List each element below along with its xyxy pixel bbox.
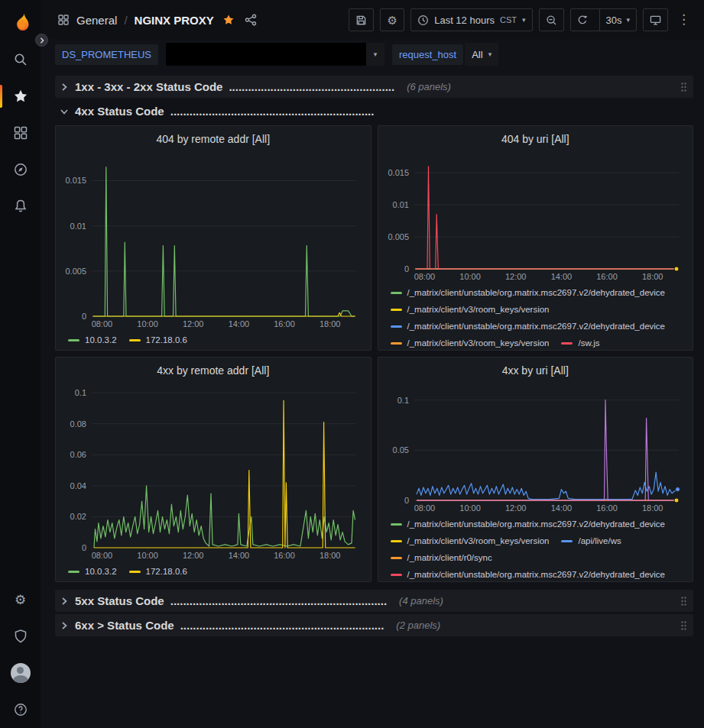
grafana-logo-icon[interactable] xyxy=(8,9,33,34)
legend-series-label: /api/live/ws xyxy=(578,532,621,549)
row-drag-handle-icon[interactable] xyxy=(680,596,687,607)
timeseries-chart[interactable]: 00.020.040.060.080.108:0010:0012:0014:00… xyxy=(63,379,364,561)
row-header-6xx[interactable]: 6xx > Status Code ......................… xyxy=(55,614,693,636)
legend-item[interactable]: /sw.js xyxy=(561,335,599,350)
panel-title[interactable]: 4xx by remote addr [All] xyxy=(63,362,363,379)
timeseries-chart[interactable]: 00.0050.010.01508:0010:0012:0014:0016:00… xyxy=(386,147,686,282)
legend-series-label: 10.0.3.2 xyxy=(85,563,117,580)
svg-text:16:00: 16:00 xyxy=(596,272,618,281)
save-icon xyxy=(355,15,367,26)
svg-text:0.05: 0.05 xyxy=(392,445,408,455)
svg-text:0: 0 xyxy=(82,312,86,321)
legend-series-marker xyxy=(68,339,79,341)
legend-series-marker xyxy=(391,325,402,328)
main-area: General / NGINX PROXY xyxy=(41,0,704,728)
sidebar-item-configuration[interactable]: ⚙ xyxy=(0,581,41,618)
panel-title[interactable]: 404 by uri [All] xyxy=(386,131,686,147)
legend-item[interactable]: 172.18.0.6 xyxy=(129,332,187,348)
legend-item[interactable]: /_matrix/client/v3/room_keys/version xyxy=(391,301,550,318)
chevron-right-icon xyxy=(60,621,69,630)
shield-icon xyxy=(13,629,28,644)
breadcrumb-folder[interactable]: General xyxy=(76,14,117,27)
datasource-variable-select[interactable]: ▾ xyxy=(166,43,384,66)
panel-title[interactable]: 404 by remote addr [All] xyxy=(63,131,363,147)
legend-item[interactable]: 172.18.0.6 xyxy=(129,563,187,580)
chevron-right-icon xyxy=(60,83,69,92)
row-header-1xx-3xx-2xx[interactable]: 1xx - 3xx - 2xx Status Code ............… xyxy=(55,76,693,98)
panel-title[interactable]: 4xx by uri [All] xyxy=(386,362,686,379)
sidebar-item-help[interactable] xyxy=(0,691,41,728)
request-host-variable-label[interactable]: request_host xyxy=(392,44,463,65)
legend-series-marker xyxy=(561,342,573,345)
chevron-down-icon: ▾ xyxy=(488,51,492,58)
more-options-button[interactable]: ⋮ xyxy=(674,13,693,27)
row-title: 6xx > Status Code xyxy=(75,619,174,632)
zoom-out-time-button[interactable] xyxy=(539,8,564,31)
chart-area[interactable]: 00.0050.010.01508:0010:0012:0014:0016:00… xyxy=(386,147,686,282)
time-range-picker[interactable]: Last 12 hours CST ▾ xyxy=(410,8,532,31)
legend-item[interactable]: /_matrix/client/v3/room_keys/version xyxy=(391,532,550,549)
svg-text:12:00: 12:00 xyxy=(504,503,526,513)
row-header-4xx[interactable]: 4xx Status Code ........................… xyxy=(55,100,693,122)
legend-item[interactable]: 10.0.3.2 xyxy=(68,563,117,580)
legend-series-marker xyxy=(561,540,573,542)
row-panel-count: (2 panels) xyxy=(396,620,440,631)
legend-item[interactable]: /_matrix/client/unstable/org.matrix.msc2… xyxy=(391,284,666,301)
datasource-variable-label[interactable]: DS_PROMETHEUS xyxy=(55,44,158,65)
time-range-label: Last 12 hours xyxy=(434,15,495,26)
save-dashboard-button[interactable] xyxy=(349,8,374,31)
chart-area[interactable]: 00.050.108:0010:0012:0014:0016:0018:00 xyxy=(386,379,686,513)
timeseries-chart[interactable]: 00.0050.010.01508:0010:0012:0014:0016:00… xyxy=(63,147,364,329)
legend-series-label: /_matrix/client/v3/room_keys/version xyxy=(407,532,550,549)
sidebar-item-search[interactable] xyxy=(0,41,41,78)
sidebar-item-explore[interactable] xyxy=(0,151,41,188)
apps-grid-icon xyxy=(57,14,70,26)
top-navbar: General / NGINX PROXY xyxy=(41,0,704,40)
request-host-variable-select[interactable]: All ▾ xyxy=(465,43,498,66)
share-dashboard-button[interactable] xyxy=(243,12,258,28)
panel-4xx-by-remote-addr: 4xx by remote addr [All] 00.020.040.060.… xyxy=(55,357,371,582)
legend-item[interactable]: /api/live/ws xyxy=(561,532,621,549)
row-drag-handle-icon[interactable] xyxy=(680,620,687,631)
legend-item[interactable]: 10.0.3.2 xyxy=(68,332,117,348)
refresh-interval-picker[interactable]: 30s ▾ xyxy=(570,8,637,31)
legend-item[interactable]: /_matrix/client/unstable/org.matrix.msc2… xyxy=(391,566,666,581)
topbar-actions: ⚙ Last 12 hours CST ▾ xyxy=(349,8,693,31)
legend-item[interactable]: /_matrix/client/unstable/org.matrix.msc2… xyxy=(391,516,666,532)
refresh-interval-dropdown[interactable]: 30s ▾ xyxy=(599,9,637,31)
legend-item[interactable]: /_matrix/client/r0/sync xyxy=(391,549,492,566)
search-icon xyxy=(13,52,28,67)
dashboard-settings-button[interactable]: ⚙ xyxy=(380,8,404,31)
sidebar-expand-button[interactable] xyxy=(35,34,48,47)
panel-legend: 10.0.3.2172.18.0.6 xyxy=(63,329,363,350)
avatar xyxy=(11,663,31,683)
request-host-variable-value: All xyxy=(472,49,482,60)
row-drag-handle-icon[interactable] xyxy=(680,82,687,92)
timeseries-chart[interactable]: 00.050.108:0010:0012:0014:0016:0018:00 xyxy=(386,379,686,513)
row-header-5xx[interactable]: 5xx Status Code ........................… xyxy=(55,590,693,612)
sidebar-item-starred[interactable] xyxy=(0,78,41,115)
dashboard-title[interactable]: NGINX PROXY xyxy=(135,14,214,27)
chart-area[interactable]: 00.020.040.060.080.108:0010:0012:0014:00… xyxy=(63,379,363,561)
legend-item[interactable]: /_matrix/client/unstable/org.matrix.msc2… xyxy=(391,318,666,335)
sidebar-item-server-admin[interactable] xyxy=(0,618,41,655)
legend-series-marker xyxy=(391,540,402,542)
favorite-star-button[interactable] xyxy=(221,12,236,28)
tv-mode-button[interactable] xyxy=(643,8,668,31)
legend-item[interactable]: /_matrix/client/v3/room_keys/version xyxy=(391,335,550,350)
panel-4xx-by-uri: 4xx by uri [All] 00.050.108:0010:0012:00… xyxy=(378,357,694,582)
svg-text:18:00: 18:00 xyxy=(320,551,341,560)
monitor-icon xyxy=(650,15,661,26)
panel-404-by-remote-addr: 404 by remote addr [All] 00.0050.010.015… xyxy=(55,125,371,351)
sidebar-item-dashboards[interactable] xyxy=(0,115,41,151)
star-filled-icon xyxy=(222,14,235,26)
sidebar-item-profile[interactable] xyxy=(0,655,41,691)
sidebar-item-alerting[interactable] xyxy=(0,188,41,225)
panel-legend: 10.0.3.2172.18.0.6 xyxy=(63,561,363,581)
refresh-button[interactable] xyxy=(571,9,594,31)
chart-area[interactable]: 00.0050.010.01508:0010:0012:0014:0016:00… xyxy=(63,147,363,329)
request-host-variable: request_host All ▾ xyxy=(392,43,498,66)
panel-404-by-uri: 404 by uri [All] 00.0050.010.01508:0010:… xyxy=(378,125,694,351)
bell-icon xyxy=(13,199,28,214)
breadcrumb: General / NGINX PROXY xyxy=(57,12,258,28)
